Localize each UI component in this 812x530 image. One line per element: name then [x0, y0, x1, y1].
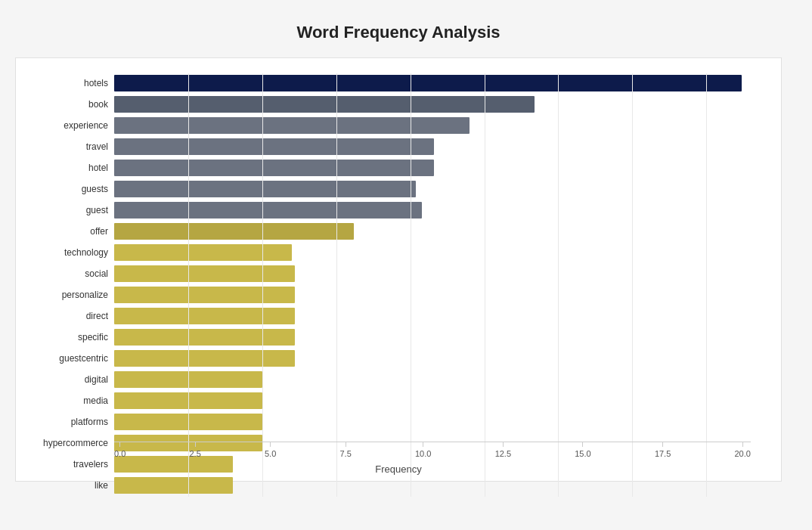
bar-fill: [114, 96, 535, 113]
x-tick-label: 7.5: [340, 449, 352, 458]
bar-label: guests: [17, 184, 108, 194]
x-tick: 2.5: [190, 442, 201, 458]
bar-row: technology: [114, 243, 751, 262]
bar-row: direct: [114, 306, 751, 326]
x-tick-line: [582, 442, 583, 447]
bar-label: media: [17, 395, 108, 406]
chart-area: hotelsbookexperiencetravelhotelguestsgue…: [15, 57, 782, 482]
x-tick: 17.5: [655, 442, 671, 458]
bar-label: digital: [17, 374, 108, 385]
x-tick-label: 2.5: [190, 449, 201, 458]
bar-row: experience: [114, 116, 751, 135]
bar-fill: [114, 350, 295, 367]
bar-label: platforms: [17, 417, 108, 427]
bar-row: guests: [114, 179, 751, 199]
x-tick: 0.0: [114, 442, 126, 458]
bar-fill: [114, 244, 292, 261]
bar-row: guest: [114, 200, 751, 220]
bar-fill: [114, 160, 434, 176]
chart-title: Word Frequency Analysis: [15, 15, 782, 42]
x-tick-line: [662, 442, 663, 447]
x-tick-line: [346, 442, 346, 447]
bar-row: hotels: [114, 73, 751, 93]
bar-fill: [114, 329, 295, 346]
x-tick-line: [423, 442, 423, 447]
bars-wrapper: hotelsbookexperiencetravelhotelguestsgue…: [114, 73, 751, 497]
bar-label: offer: [17, 226, 108, 237]
bar-label: like: [17, 480, 108, 491]
bar-fill: [114, 117, 470, 134]
bar-label: experience: [17, 120, 108, 131]
bar-label: social: [17, 268, 108, 279]
bar-fill: [114, 75, 742, 91]
x-axis-label: Frequency: [16, 463, 781, 475]
bar-fill: [114, 138, 434, 155]
bar-label: book: [17, 99, 108, 110]
x-axis: 0.02.55.07.510.012.515.017.520.0: [114, 442, 751, 458]
x-tick-label: 20.0: [735, 449, 751, 458]
x-tick-label: 12.5: [495, 449, 511, 458]
bar-fill: [114, 181, 416, 197]
bar-fill: [114, 414, 262, 430]
bar-fill: [114, 223, 354, 240]
bar-label: guest: [17, 205, 108, 215]
bar-label: guestcentric: [17, 353, 108, 364]
bar-label: specific: [17, 332, 108, 342]
bar-label: direct: [17, 311, 108, 321]
chart-container: Word Frequency Analysis hotelsbookexperi…: [0, 0, 812, 530]
bar-fill: [114, 308, 295, 324]
bar-label: personalize: [17, 290, 108, 300]
bar-row: personalize: [114, 285, 751, 305]
bar-label: travel: [17, 141, 108, 152]
x-tick-label: 15.0: [575, 449, 590, 458]
bar-row: guestcentric: [114, 349, 751, 368]
x-tick-line: [742, 442, 743, 447]
bar-label: technology: [17, 247, 108, 258]
bar-fill: [114, 392, 262, 409]
bar-row: travel: [114, 137, 751, 157]
bar-label: hypercommerce: [17, 438, 108, 448]
x-tick-label: 0.0: [114, 449, 126, 458]
bar-fill: [114, 265, 295, 282]
x-tick-label: 17.5: [655, 449, 671, 458]
bar-row: hotel: [114, 158, 751, 178]
x-tick: 15.0: [575, 442, 590, 458]
bar-label: hotel: [17, 163, 108, 173]
x-tick-line: [195, 442, 196, 447]
bar-row: media: [114, 391, 751, 411]
x-tick-line: [119, 442, 120, 447]
x-tick: 12.5: [495, 442, 511, 458]
bar-label: hotels: [17, 78, 108, 88]
bar-row: social: [114, 264, 751, 284]
bar-fill: [114, 371, 262, 388]
bar-row: digital: [114, 370, 751, 389]
bar-row: platforms: [114, 412, 751, 432]
x-tick-line: [503, 442, 504, 447]
x-tick: 5.0: [265, 442, 276, 458]
bar-fill: [114, 202, 422, 219]
x-tick-line: [270, 442, 271, 447]
bar-row: offer: [114, 222, 751, 241]
x-tick-label: 10.0: [415, 449, 431, 458]
x-tick: 10.0: [415, 442, 431, 458]
x-tick: 20.0: [735, 442, 751, 458]
x-tick: 7.5: [340, 442, 352, 458]
bar-row: specific: [114, 327, 751, 347]
bar-row: book: [114, 95, 751, 114]
bar-fill: [114, 477, 233, 494]
x-tick-label: 5.0: [265, 449, 276, 458]
bar-row: like: [114, 476, 751, 495]
bar-fill: [114, 287, 295, 303]
